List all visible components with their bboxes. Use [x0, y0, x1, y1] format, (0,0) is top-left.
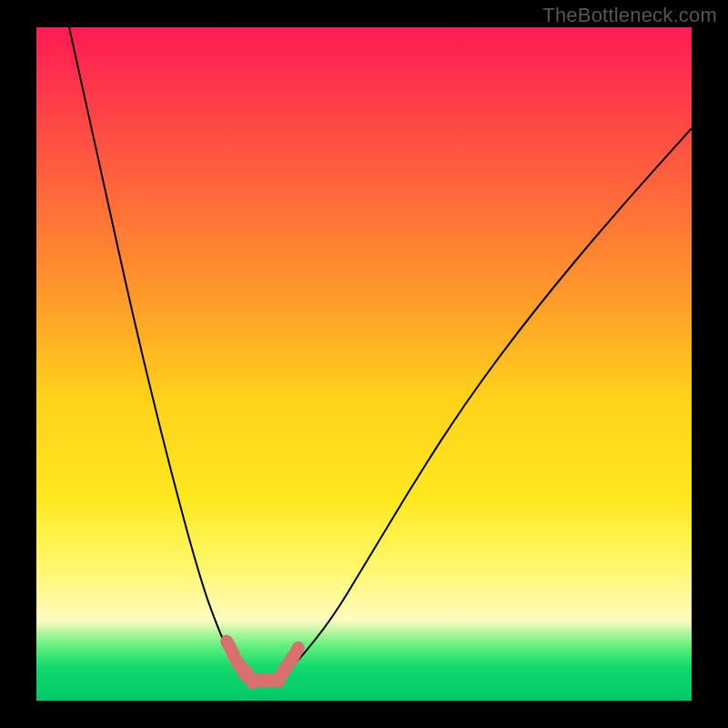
marker-group — [218, 632, 308, 692]
curves-svg — [36, 27, 692, 701]
watermark-text: TheBottleneck.com — [542, 4, 717, 27]
chart-stage: TheBottleneck.com — [0, 0, 728, 728]
series-right-arm — [278, 128, 692, 681]
curve-group — [69, 27, 692, 681]
plot-area — [36, 27, 692, 701]
series-left-arm — [69, 27, 253, 681]
